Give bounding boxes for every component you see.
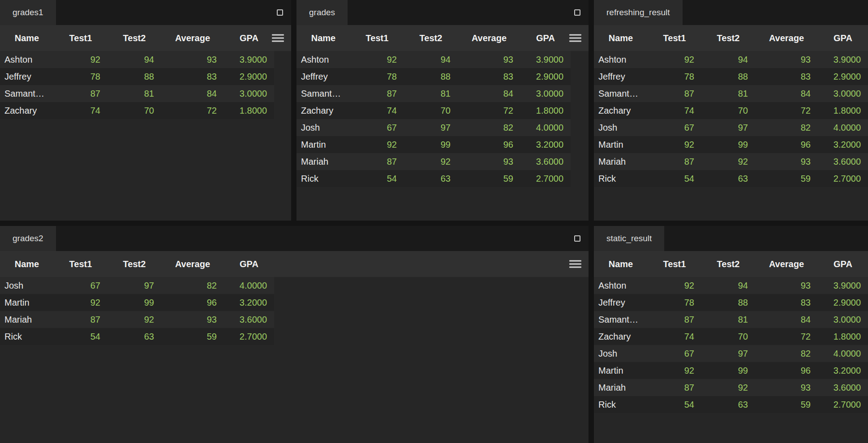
table-cell-value[interactable]: 93 (161, 311, 224, 328)
table-cell-value[interactable]: 87 (54, 85, 107, 102)
table-cell-value[interactable]: 1.8000 (818, 328, 868, 345)
table-row[interactable]: Josh6797824.0000 (0, 277, 274, 294)
column-header-gpa[interactable]: GPA (224, 33, 274, 43)
table-row[interactable]: Jeffrey7888832.9000 (594, 294, 868, 311)
table-cell-value[interactable]: 82 (755, 119, 818, 136)
table-cell-value[interactable]: 59 (458, 170, 520, 187)
table-cell-name[interactable]: Ashton (594, 51, 648, 68)
column-header-name[interactable]: Name (0, 33, 54, 43)
table-cell-value[interactable]: 2.9000 (224, 68, 274, 85)
table-cell-name[interactable]: Jeffrey (594, 294, 648, 311)
table-cell-value[interactable]: 54 (648, 170, 701, 187)
table-row[interactable]: Rick5463592.7000 (296, 170, 571, 187)
table-cell-value[interactable]: 92 (648, 51, 701, 68)
table-cell-value[interactable]: 87 (648, 153, 701, 170)
table-row[interactable]: Mariah8792933.6000 (594, 153, 868, 170)
table-cell-name[interactable]: Rick (594, 170, 648, 187)
column-header-name[interactable]: Name (296, 33, 350, 43)
table-cell-value[interactable]: 4.0000 (818, 345, 868, 362)
table-cell-value[interactable]: 59 (161, 328, 224, 345)
table-cell-value[interactable]: 88 (701, 68, 755, 85)
table-cell-value[interactable]: 92 (54, 294, 107, 311)
table-cell-value[interactable]: 54 (54, 328, 107, 345)
table-cell-value[interactable]: 63 (107, 328, 161, 345)
table-cell-value[interactable]: 3.9000 (520, 51, 571, 68)
table-cell-value[interactable]: 1.8000 (224, 102, 274, 119)
table-cell-value[interactable]: 92 (404, 153, 458, 170)
column-header-average[interactable]: Average (755, 259, 818, 269)
table-cell-value[interactable]: 93 (458, 153, 520, 170)
tab-static-result[interactable]: static_result (594, 226, 664, 251)
table-cell-name[interactable]: Samant… (594, 311, 648, 328)
table-cell-value[interactable]: 94 (701, 51, 755, 68)
table-cell-name[interactable]: Zachary (0, 102, 54, 119)
table-cell-value[interactable]: 82 (755, 345, 818, 362)
table-cell-name[interactable]: Ashton (0, 51, 54, 68)
table-cell-value[interactable]: 74 (648, 328, 701, 345)
table-cell-name[interactable]: Martin (0, 294, 54, 311)
table-cell-value[interactable]: 92 (701, 153, 755, 170)
table-row[interactable]: Samant…8781843.0000 (594, 311, 868, 328)
table-cell-value[interactable]: 92 (54, 51, 107, 68)
table-row[interactable]: Samant…8781843.0000 (296, 85, 571, 102)
tab-refreshing-result[interactable]: refreshing_result (594, 0, 683, 25)
table-cell-value[interactable]: 3.2000 (818, 362, 868, 379)
table-cell-value[interactable]: 3.9000 (224, 51, 274, 68)
table-cell-value[interactable]: 2.7000 (818, 396, 868, 413)
table-cell-value[interactable]: 94 (404, 51, 458, 68)
table-cell-value[interactable]: 3.2000 (224, 294, 274, 311)
table-row[interactable]: Rick5463592.7000 (594, 396, 868, 413)
table-cell-value[interactable]: 93 (755, 379, 818, 396)
column-header-gpa[interactable]: GPA (224, 259, 274, 269)
table-cell-value[interactable]: 92 (648, 136, 701, 153)
table-row[interactable]: Ashton9294933.9000 (594, 277, 868, 294)
table-cell-value[interactable]: 83 (755, 68, 818, 85)
table-cell-value[interactable]: 81 (701, 85, 755, 102)
table-cell-value[interactable]: 82 (161, 277, 224, 294)
table-cell-value[interactable]: 92 (350, 51, 404, 68)
table-cell-value[interactable]: 2.7000 (818, 170, 868, 187)
column-header-test1[interactable]: Test1 (648, 259, 701, 269)
table-cell-name[interactable]: Jeffrey (0, 68, 54, 85)
table-cell-name[interactable]: Josh (296, 119, 350, 136)
table-cell-value[interactable]: 83 (161, 68, 224, 85)
column-header-gpa[interactable]: GPA (818, 259, 868, 269)
table-row[interactable]: Rick5463592.7000 (594, 170, 868, 187)
table-cell-name[interactable]: Zachary (594, 328, 648, 345)
table-cell-value[interactable]: 3.9000 (818, 51, 868, 68)
column-header-test1[interactable]: Test1 (54, 259, 107, 269)
table-cell-name[interactable]: Martin (296, 136, 350, 153)
column-header-average[interactable]: Average (161, 259, 224, 269)
table-cell-value[interactable]: 3.0000 (818, 85, 868, 102)
table-cell-value[interactable]: 87 (350, 85, 404, 102)
table-cell-value[interactable]: 70 (107, 102, 161, 119)
table-cell-value[interactable]: 99 (701, 362, 755, 379)
table-menu-icon[interactable] (272, 33, 284, 44)
table-row[interactable]: Ashton9294933.9000 (0, 51, 274, 68)
table-cell-value[interactable]: 72 (458, 102, 520, 119)
column-header-name[interactable]: Name (594, 33, 648, 43)
table-cell-name[interactable]: Samant… (296, 85, 350, 102)
tab-grades[interactable]: grades (296, 0, 348, 25)
table-cell-name[interactable]: Zachary (296, 102, 350, 119)
column-header-name[interactable]: Name (0, 259, 54, 269)
table-row[interactable]: Martin9299963.2000 (594, 136, 868, 153)
table-cell-value[interactable]: 72 (755, 102, 818, 119)
table-cell-value[interactable]: 4.0000 (818, 119, 868, 136)
table-cell-value[interactable]: 92 (350, 136, 404, 153)
table-cell-value[interactable]: 83 (458, 68, 520, 85)
table-cell-value[interactable]: 93 (161, 51, 224, 68)
maximize-button[interactable] (574, 0, 580, 25)
table-cell-name[interactable]: Josh (594, 119, 648, 136)
table-cell-value[interactable]: 87 (350, 153, 404, 170)
table-row[interactable]: Martin9299963.2000 (296, 136, 571, 153)
column-header-test2[interactable]: Test2 (107, 33, 161, 43)
table-row[interactable]: Rick5463592.7000 (0, 328, 274, 345)
table-cell-value[interactable]: 96 (755, 136, 818, 153)
table-cell-value[interactable]: 2.9000 (520, 68, 571, 85)
table-cell-value[interactable]: 2.9000 (818, 294, 868, 311)
table-cell-name[interactable]: Mariah (0, 311, 54, 328)
table-menu-icon[interactable] (569, 33, 581, 44)
table-menu-icon[interactable] (569, 259, 581, 270)
table-cell-value[interactable]: 67 (648, 119, 701, 136)
